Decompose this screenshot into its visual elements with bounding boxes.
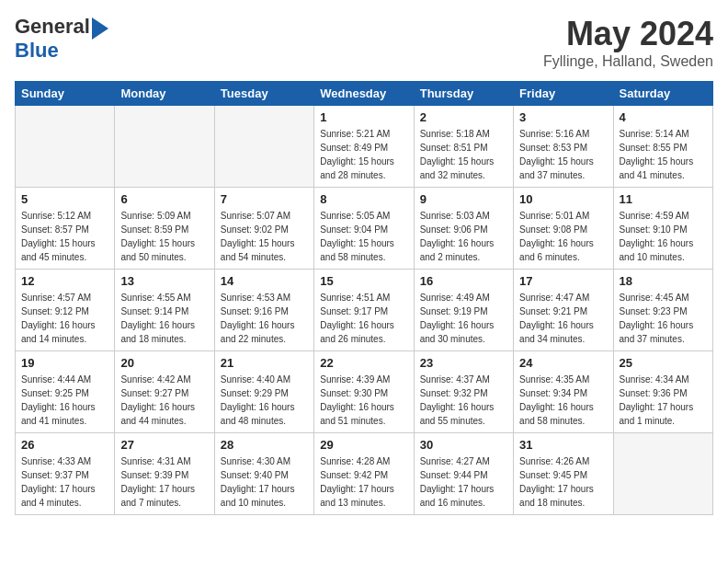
cell-info-text: Sunrise: 4:37 AM Sunset: 9:32 PM Dayligh… <box>420 373 507 428</box>
logo-general-text: General <box>15 15 90 39</box>
cell-date-number: 15 <box>320 274 407 288</box>
calendar-table: SundayMondayTuesdayWednesdayThursdayFrid… <box>15 81 713 515</box>
cell-info-text: Sunrise: 4:26 AM Sunset: 9:45 PM Dayligh… <box>519 454 607 510</box>
calendar-header: SundayMondayTuesdayWednesdayThursdayFrid… <box>16 82 713 106</box>
calendar-week-4: 26Sunrise: 4:33 AM Sunset: 9:37 PM Dayli… <box>16 433 713 515</box>
calendar-cell: 20Sunrise: 4:42 AM Sunset: 9:27 PM Dayli… <box>115 351 214 433</box>
calendar-cell: 28Sunrise: 4:30 AM Sunset: 9:40 PM Dayli… <box>214 433 313 515</box>
calendar-cell: 29Sunrise: 4:28 AM Sunset: 9:42 PM Dayli… <box>314 433 414 515</box>
cell-info-text: Sunrise: 4:33 AM Sunset: 9:37 PM Dayligh… <box>21 454 108 510</box>
cell-info-text: Sunrise: 5:21 AM Sunset: 8:49 PM Dayligh… <box>320 127 407 182</box>
calendar-cell: 5Sunrise: 5:12 AM Sunset: 8:57 PM Daylig… <box>16 188 115 270</box>
cell-date-number: 5 <box>21 192 108 206</box>
calendar-cell: 17Sunrise: 4:47 AM Sunset: 9:21 PM Dayli… <box>514 270 613 351</box>
cell-date-number: 8 <box>320 192 407 206</box>
calendar-cell: 16Sunrise: 4:49 AM Sunset: 9:19 PM Dayli… <box>414 270 513 351</box>
cell-date-number: 20 <box>120 356 208 370</box>
days-row: SundayMondayTuesdayWednesdayThursdayFrid… <box>16 82 713 106</box>
cell-date-number: 26 <box>21 438 108 452</box>
cell-info-text: Sunrise: 4:57 AM Sunset: 9:12 PM Dayligh… <box>21 291 108 346</box>
cell-info-text: Sunrise: 4:28 AM Sunset: 9:42 PM Dayligh… <box>320 454 407 510</box>
cell-info-text: Sunrise: 5:18 AM Sunset: 8:51 PM Dayligh… <box>420 127 507 182</box>
calendar-cell: 27Sunrise: 4:31 AM Sunset: 9:39 PM Dayli… <box>115 433 214 515</box>
day-header-wednesday: Wednesday <box>314 82 414 106</box>
cell-info-text: Sunrise: 4:47 AM Sunset: 9:21 PM Dayligh… <box>519 291 607 346</box>
logo: General Blue <box>15 15 108 63</box>
cell-date-number: 19 <box>21 356 108 370</box>
cell-date-number: 23 <box>420 356 507 370</box>
page-header: General Blue May 2024 Fyllinge, Halland,… <box>15 15 713 70</box>
title-block: May 2024 Fyllinge, Halland, Sweden <box>543 15 713 70</box>
cell-info-text: Sunrise: 4:49 AM Sunset: 9:19 PM Dayligh… <box>420 291 507 346</box>
cell-info-text: Sunrise: 4:27 AM Sunset: 9:44 PM Dayligh… <box>420 454 507 510</box>
cell-date-number: 7 <box>221 192 308 206</box>
calendar-cell: 2Sunrise: 5:18 AM Sunset: 8:51 PM Daylig… <box>414 106 513 188</box>
calendar-body: 1Sunrise: 5:21 AM Sunset: 8:49 PM Daylig… <box>16 106 713 515</box>
calendar-cell: 12Sunrise: 4:57 AM Sunset: 9:12 PM Dayli… <box>16 270 115 351</box>
cell-date-number: 12 <box>21 274 108 288</box>
calendar-cell: 26Sunrise: 4:33 AM Sunset: 9:37 PM Dayli… <box>16 433 115 515</box>
calendar-cell: 25Sunrise: 4:34 AM Sunset: 9:36 PM Dayli… <box>613 351 712 433</box>
cell-date-number: 1 <box>320 110 407 124</box>
cell-info-text: Sunrise: 4:53 AM Sunset: 9:16 PM Dayligh… <box>221 291 308 346</box>
calendar-cell <box>214 106 313 188</box>
cell-date-number: 16 <box>420 274 507 288</box>
calendar-cell: 10Sunrise: 5:01 AM Sunset: 9:08 PM Dayli… <box>514 188 613 270</box>
calendar-cell <box>16 106 115 188</box>
calendar-cell: 9Sunrise: 5:03 AM Sunset: 9:06 PM Daylig… <box>414 188 513 270</box>
cell-info-text: Sunrise: 4:31 AM Sunset: 9:39 PM Dayligh… <box>120 454 208 510</box>
calendar-cell: 23Sunrise: 4:37 AM Sunset: 9:32 PM Dayli… <box>414 351 513 433</box>
day-header-friday: Friday <box>514 82 613 106</box>
cell-date-number: 17 <box>519 274 607 288</box>
day-header-tuesday: Tuesday <box>214 82 313 106</box>
calendar-title: May 2024 <box>543 15 713 53</box>
cell-date-number: 21 <box>221 356 308 370</box>
calendar-cell: 4Sunrise: 5:14 AM Sunset: 8:55 PM Daylig… <box>613 106 712 188</box>
cell-date-number: 14 <box>221 274 308 288</box>
cell-info-text: Sunrise: 4:30 AM Sunset: 9:40 PM Dayligh… <box>221 454 308 510</box>
cell-info-text: Sunrise: 4:45 AM Sunset: 9:23 PM Dayligh… <box>620 291 707 346</box>
cell-info-text: Sunrise: 5:14 AM Sunset: 8:55 PM Dayligh… <box>620 127 707 182</box>
cell-info-text: Sunrise: 4:42 AM Sunset: 9:27 PM Dayligh… <box>120 373 208 428</box>
day-header-thursday: Thursday <box>414 82 513 106</box>
cell-info-text: Sunrise: 4:51 AM Sunset: 9:17 PM Dayligh… <box>320 291 407 346</box>
cell-date-number: 29 <box>320 438 407 452</box>
cell-info-text: Sunrise: 5:05 AM Sunset: 9:04 PM Dayligh… <box>320 209 407 264</box>
cell-date-number: 6 <box>120 192 208 206</box>
cell-date-number: 25 <box>620 356 707 370</box>
calendar-cell: 1Sunrise: 5:21 AM Sunset: 8:49 PM Daylig… <box>314 106 414 188</box>
cell-date-number: 13 <box>120 274 208 288</box>
calendar-cell: 21Sunrise: 4:40 AM Sunset: 9:29 PM Dayli… <box>214 351 313 433</box>
cell-date-number: 22 <box>320 356 407 370</box>
calendar-cell: 15Sunrise: 4:51 AM Sunset: 9:17 PM Dayli… <box>314 270 414 351</box>
calendar-week-2: 12Sunrise: 4:57 AM Sunset: 9:12 PM Dayli… <box>16 270 713 351</box>
calendar-cell: 11Sunrise: 4:59 AM Sunset: 9:10 PM Dayli… <box>613 188 712 270</box>
calendar-cell: 13Sunrise: 4:55 AM Sunset: 9:14 PM Dayli… <box>115 270 214 351</box>
day-header-monday: Monday <box>115 82 214 106</box>
calendar-cell: 3Sunrise: 5:16 AM Sunset: 8:53 PM Daylig… <box>514 106 613 188</box>
calendar-subtitle: Fyllinge, Halland, Sweden <box>543 53 713 70</box>
cell-date-number: 11 <box>620 192 707 206</box>
cell-info-text: Sunrise: 4:44 AM Sunset: 9:25 PM Dayligh… <box>21 373 108 428</box>
cell-info-text: Sunrise: 5:07 AM Sunset: 9:02 PM Dayligh… <box>221 209 308 264</box>
cell-date-number: 2 <box>420 110 507 124</box>
cell-info-text: Sunrise: 4:55 AM Sunset: 9:14 PM Dayligh… <box>120 291 208 346</box>
calendar-cell: 19Sunrise: 4:44 AM Sunset: 9:25 PM Dayli… <box>16 351 115 433</box>
cell-date-number: 27 <box>120 438 208 452</box>
cell-info-text: Sunrise: 5:09 AM Sunset: 8:59 PM Dayligh… <box>120 209 208 264</box>
calendar-cell: 30Sunrise: 4:27 AM Sunset: 9:44 PM Dayli… <box>414 433 513 515</box>
calendar-cell <box>613 433 712 515</box>
calendar-cell: 14Sunrise: 4:53 AM Sunset: 9:16 PM Dayli… <box>214 270 313 351</box>
cell-info-text: Sunrise: 5:12 AM Sunset: 8:57 PM Dayligh… <box>21 209 108 264</box>
cell-info-text: Sunrise: 4:40 AM Sunset: 9:29 PM Dayligh… <box>221 373 308 428</box>
day-header-sunday: Sunday <box>16 82 115 106</box>
cell-date-number: 10 <box>519 192 607 206</box>
calendar-week-3: 19Sunrise: 4:44 AM Sunset: 9:25 PM Dayli… <box>16 351 713 433</box>
calendar-cell: 31Sunrise: 4:26 AM Sunset: 9:45 PM Dayli… <box>514 433 613 515</box>
cell-info-text: Sunrise: 5:03 AM Sunset: 9:06 PM Dayligh… <box>420 209 507 264</box>
day-header-saturday: Saturday <box>613 82 712 106</box>
cell-info-text: Sunrise: 4:34 AM Sunset: 9:36 PM Dayligh… <box>620 373 707 428</box>
cell-date-number: 18 <box>620 274 707 288</box>
cell-info-text: Sunrise: 5:01 AM Sunset: 9:08 PM Dayligh… <box>519 209 607 264</box>
calendar-cell <box>115 106 214 188</box>
